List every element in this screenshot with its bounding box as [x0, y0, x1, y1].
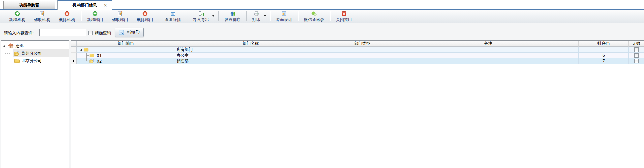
- search-input[interactable]: [39, 29, 86, 36]
- button-label: 微信通讯录: [304, 17, 324, 22]
- details-icon: [170, 11, 176, 16]
- close-window-button[interactable]: 关闭窗口: [332, 10, 357, 23]
- tree-item-label: 北京分公司: [22, 58, 42, 64]
- tree-connector: [5, 53, 10, 54]
- ui-design-button[interactable]: 界面设计: [272, 10, 297, 23]
- invalid-cell: [629, 58, 644, 64]
- column-header-dept-type[interactable]: 部门类型: [327, 41, 398, 47]
- sort-code-cell: 6: [579, 53, 629, 58]
- dept-code-cell: 01: [77, 53, 175, 58]
- dept-type-cell: [327, 53, 398, 58]
- table-row[interactable]: 所有部门: [71, 47, 644, 53]
- folder-icon: [14, 58, 20, 63]
- dept-type-cell: [327, 58, 398, 64]
- folder-icon: [89, 53, 94, 58]
- expand-collapse-icon[interactable]: [3, 45, 5, 47]
- expand-collapse-icon[interactable]: [80, 49, 82, 51]
- grid-header-row: 部门编码 部门名称 部门类型 备注 排序码 无效: [71, 41, 644, 47]
- department-grid: 部门编码 部门名称 部门类型 备注 排序码 无效 所有部门: [71, 40, 644, 168]
- tab-label: 机构部门信息: [73, 2, 97, 8]
- edit-dept-button[interactable]: 修改部门: [108, 10, 132, 23]
- column-header-sort-code[interactable]: 排序码: [579, 41, 629, 47]
- column-header-dept-code[interactable]: 部门编码: [77, 41, 175, 47]
- folder-icon: [84, 47, 89, 52]
- toolbar-separator: [246, 11, 247, 21]
- dept-name-cell: 销售部: [175, 58, 327, 64]
- add-icon: [92, 11, 98, 16]
- button-label: 界面设计: [276, 17, 292, 22]
- search-label: 请输入内容查询:: [4, 30, 34, 36]
- toolbar-separator: [330, 11, 330, 21]
- table-row[interactable]: 01 办公室 6: [71, 53, 644, 58]
- delete-dept-button[interactable]: 删除部门: [132, 10, 157, 23]
- tree-item-label: 总部: [16, 43, 24, 49]
- dept-type-cell: [327, 47, 398, 53]
- wechat-icon: [311, 11, 317, 16]
- wechat-contacts-button[interactable]: 微信通讯录: [300, 10, 329, 23]
- delete-icon: [142, 11, 148, 16]
- button-label: 删除机构: [59, 17, 75, 22]
- add-dept-button[interactable]: 新增部门: [83, 10, 108, 23]
- grid-indicator-header: [71, 41, 77, 47]
- invalid-checkbox[interactable]: [634, 53, 639, 58]
- delete-org-button[interactable]: 删除机构: [55, 10, 80, 23]
- toolbar-grip[interactable]: [2, 12, 3, 21]
- row-indicator: [71, 53, 77, 58]
- dept-name-cell: 所有部门: [175, 47, 327, 53]
- set-sort-button[interactable]: 设置排序: [220, 10, 245, 23]
- tree-connector: [86, 55, 89, 56]
- table-row[interactable]: 02 销售部 7: [71, 58, 644, 64]
- tree-item-label: 郑州分公司: [22, 51, 42, 56]
- note-cell: [398, 58, 579, 64]
- print-icon: [254, 11, 259, 16]
- tab-org-dept-info[interactable]: 机构部门信息 ×: [57, 0, 112, 10]
- edit-icon: [39, 11, 45, 16]
- button-label: 修改机构: [34, 17, 50, 22]
- column-header-note[interactable]: 备注: [398, 41, 579, 47]
- print-button[interactable]: 打印: [248, 10, 269, 23]
- sort-icon: [230, 11, 235, 16]
- search-icon: [119, 30, 124, 35]
- dept-code-cell: [77, 47, 175, 53]
- tree-item-beijing-branch[interactable]: 北京分公司: [1, 57, 69, 64]
- import-export-button[interactable]: 导入导出: [188, 10, 217, 23]
- tab-function-nav[interactable]: 功能导航窗: [3, 1, 55, 9]
- row-indicator: [71, 58, 77, 64]
- view-details-button[interactable]: 查看详情: [160, 10, 185, 23]
- add-org-button[interactable]: 新增机构: [5, 10, 30, 23]
- tree-item-zhengzhou-branch[interactable]: 郑州分公司: [1, 49, 69, 57]
- button-label: 新增部门: [87, 17, 103, 22]
- column-header-dept-name[interactable]: 部门名称: [175, 41, 327, 47]
- import-export-icon: [198, 11, 204, 16]
- tree-connector: [86, 61, 89, 61]
- tree-item-headquarters[interactable]: 总部: [1, 42, 69, 49]
- invalid-cell: [629, 53, 644, 58]
- button-label: 设置排序: [224, 17, 241, 22]
- note-cell: [398, 47, 579, 53]
- button-label: 导入导出: [193, 17, 209, 22]
- edit-org-button[interactable]: 修改机构: [30, 10, 55, 23]
- exact-search-checkbox[interactable]: [88, 31, 93, 35]
- column-header-invalid[interactable]: 无效: [629, 41, 644, 47]
- invalid-checkbox[interactable]: [634, 47, 639, 52]
- button-label: 修改部门: [112, 17, 128, 22]
- query-button[interactable]: 查询(F): [115, 28, 144, 37]
- invalid-cell: [629, 47, 644, 53]
- tree-connector: [5, 61, 10, 61]
- button-label: 新增机构: [9, 17, 25, 22]
- close-tab-icon[interactable]: ×: [103, 3, 108, 7]
- note-cell: [398, 53, 579, 58]
- toolbar-separator: [187, 11, 187, 21]
- button-label: 打印: [252, 17, 260, 22]
- chevron-down-icon: [264, 15, 266, 17]
- dept-code: 01: [97, 53, 102, 58]
- toolbar-separator: [218, 11, 219, 21]
- toolbar-separator: [81, 11, 81, 21]
- toolbar-separator: [270, 11, 270, 21]
- invalid-checkbox[interactable]: [634, 59, 639, 63]
- close-window-icon: [341, 11, 347, 16]
- folder-open-icon: [14, 51, 20, 56]
- dept-name-cell: 办公室: [175, 53, 327, 58]
- current-row-arrow-icon: [73, 60, 75, 62]
- toolbar: 新增机构 修改机构 删除机构 新增部门: [0, 10, 644, 23]
